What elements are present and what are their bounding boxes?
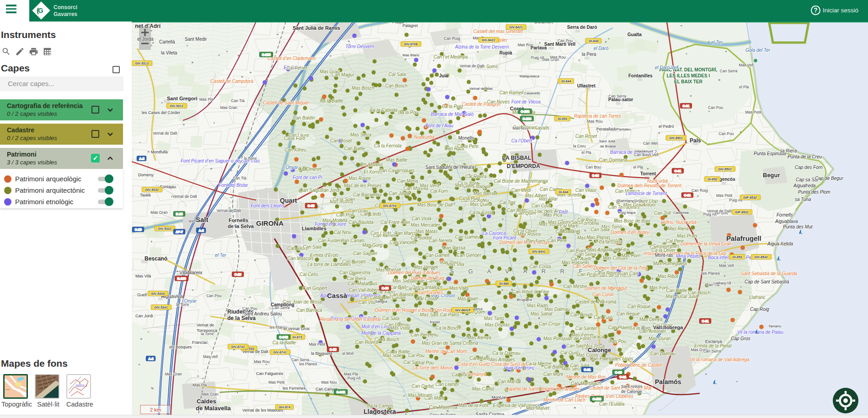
svg-text:Peratallada: Peratallada	[596, 127, 617, 131]
svg-text:Mas Gran: Mas Gran	[220, 105, 237, 110]
svg-text:Pedres Dretes d’en Lloberes: Pedres Dretes d’en Lloberes	[575, 394, 633, 399]
svg-text:Tamariu: Tamariu	[768, 324, 781, 328]
svg-text:Can Violà: Can Violà	[412, 216, 432, 221]
svg-text:Sant Gregori: Sant Gregori	[167, 96, 198, 101]
svg-text:sa Riera: sa Riera	[780, 148, 797, 153]
svg-text:Can Bosch: Can Bosch	[385, 83, 407, 88]
svg-text:Can Martí: Can Martí	[470, 356, 490, 361]
svg-text:Can Saguer: Can Saguer	[353, 251, 378, 256]
svg-text:Can Turó: Can Turó	[594, 315, 612, 320]
svg-text:Ca la Costa: Ca la Costa	[469, 210, 493, 215]
svg-text:Bruguera: Bruguera	[517, 298, 532, 302]
svg-text:Sant Sebastià de la Guarda: Sant Sebastià de la Guarda	[741, 271, 797, 276]
svg-text:Can Bou: Can Bou	[586, 165, 601, 169]
svg-text:Aiguablava: Aiguablava	[775, 219, 798, 224]
svg-text:C-65: C-65	[381, 287, 388, 290]
svg-text:Can Fusteret: Can Fusteret	[318, 238, 345, 243]
svg-text:La torre de Llambilles: La torre de Llambilles	[307, 262, 351, 267]
svg-text:Monells: Monells	[458, 136, 474, 141]
svg-text:Sant Martí Vell: Sant Martí Vell	[544, 42, 576, 47]
svg-text:Ca l’Obert: Ca l’Obert	[511, 138, 532, 143]
svg-text:Fornells: Fornells	[229, 217, 248, 223]
svg-text:Can Batlle: Can Batlle	[344, 146, 365, 151]
svg-text:Cal Frare-Coix: Cal Frare-Coix	[380, 220, 411, 225]
svg-text:els Bosques: els Bosques	[169, 345, 192, 349]
svg-text:Cal Rovira: Cal Rovira	[466, 174, 487, 179]
svg-text:Cal Sala: Cal Sala	[389, 72, 406, 77]
svg-text:Juià: Juià	[439, 73, 448, 78]
svg-text:GIV-5313: GIV-5313	[135, 62, 149, 65]
svg-text:Cal Trot: Cal Trot	[499, 200, 516, 205]
svg-text:Vall-llobrega: Vall-llobrega	[653, 325, 683, 330]
svg-text:Llafranc: Llafranc	[749, 295, 766, 300]
svg-text:Can Quintana: Can Quintana	[599, 157, 627, 163]
svg-text:Sant Sadurní de l'Heura: Sant Sadurní de l'Heura	[425, 165, 474, 170]
svg-text:de Boada: de Boada	[600, 144, 616, 148]
svg-text:GIV-6641P: GIV-6641P	[455, 309, 471, 312]
svg-text:Cal Bisbe de Madremanya: Cal Bisbe de Madremanya	[494, 179, 548, 184]
svg-text:el Pla: el Pla	[739, 85, 749, 89]
svg-text:Mas Petit: Mas Petit	[745, 110, 761, 114]
svg-text:Can Vilaür: Can Vilaür	[575, 188, 597, 193]
svg-text:GIV-5341: GIV-5341	[154, 306, 168, 309]
svg-text:LA BISBAL: LA BISBAL	[502, 155, 531, 161]
svg-text:Cal Pou: Cal Pou	[408, 353, 424, 358]
svg-text:Can Roset: Can Roset	[330, 138, 352, 143]
svg-text:Cal Roca: Cal Roca	[578, 217, 597, 223]
svg-text:Cap Gros: Cap Gros	[731, 336, 750, 341]
svg-text:Mas Denyà: Mas Denyà	[639, 317, 663, 322]
svg-text:Cal Gallaret: Cal Gallaret	[556, 229, 580, 234]
svg-text:Mas Vidal: Mas Vidal	[390, 326, 411, 331]
svg-text:Can Pou: Can Pou	[608, 339, 626, 344]
svg-text:Can Carbó: Can Carbó	[412, 384, 434, 389]
svg-text:C-854: C-854	[522, 117, 531, 120]
svg-text:Cal Ninú: Cal Ninú	[334, 230, 352, 235]
svg-text:C-66: C-66	[592, 174, 599, 177]
svg-text:Can Pou: Can Pou	[708, 105, 723, 110]
svg-text:Cal Sala: Cal Sala	[403, 360, 421, 365]
svg-text:Can Nereta: Can Nereta	[429, 238, 453, 243]
svg-text:Can Met: Can Met	[643, 141, 658, 146]
svg-text:Mas Bosc de Dalt: Mas Bosc de Dalt	[417, 202, 454, 207]
svg-text:Fornells: Fornells	[777, 212, 793, 217]
svg-text:Puig Alt: Puig Alt	[348, 376, 361, 380]
svg-text:Font de Vilosa: Font de Vilosa	[511, 99, 541, 104]
svg-text:Can Sala: Can Sala	[590, 227, 610, 232]
svg-text:Mas Gran: Mas Gran	[165, 372, 182, 376]
svg-text:C-842: C-842	[336, 391, 345, 394]
svg-text:Mas Dalmau: Mas Dalmau	[544, 307, 570, 312]
svg-text:Can Baulida: Can Baulida	[348, 220, 374, 225]
svg-text:Veïnat de Dalt: Veïnat de Dalt	[153, 131, 177, 136]
svg-text:Gualta: Gualta	[627, 32, 642, 37]
svg-text:Ca la Cabrida: Ca la Cabrida	[370, 108, 398, 113]
svg-text:GI-652: GI-652	[707, 178, 718, 181]
svg-text:Mas Roure: Mas Roure	[348, 176, 371, 181]
svg-text:Cal Barrombo: Cal Barrombo	[353, 192, 381, 197]
svg-text:Caldes: Caldes	[197, 398, 216, 405]
svg-text:Rajoleria de can Torres: Rajoleria de can Torres	[574, 114, 621, 119]
svg-text:GIV-6708: GIV-6708	[404, 43, 418, 46]
svg-text:Can Roquè: Can Roquè	[627, 304, 651, 309]
svg-text:Cal Roca: Cal Roca	[405, 286, 424, 291]
svg-text:GIP-6531: GIP-6531	[735, 211, 749, 214]
svg-text:Ermita d’Erols: Ermita d’Erols	[310, 253, 338, 258]
svg-text:GIV-674: GIV-674	[279, 406, 290, 409]
svg-text:Vil·la romana de Vall-llobrega: Vil·la romana de Vall-llobrega	[690, 357, 750, 362]
svg-text:Castell de Sant Esteve del Mar: Castell de Sant Esteve del Mar	[589, 385, 652, 391]
svg-text:Cal Batlle: Cal Batlle	[544, 364, 564, 369]
svg-text:AP-7: AP-7	[176, 230, 183, 233]
svg-text:Cista d’en Guitó Cista del Su: Cista d’en Guitó Cista del Suro del rei	[457, 362, 534, 367]
svg-text:Quermany Gros: Quermany Gros	[616, 199, 643, 203]
svg-text:Can Bosch: Can Bosch	[570, 312, 593, 317]
svg-text:Cassà: Cassà	[327, 292, 348, 299]
svg-text:Can Dalmau: Can Dalmau	[650, 351, 676, 356]
svg-text:Capella de Sant Ampèlit de Pan: Capella de Sant Ampèlit de Panedes	[505, 386, 580, 391]
svg-text:Can Baldiri: Can Baldiri	[293, 115, 316, 120]
svg-text:Mas Paiet: Mas Paiet	[457, 296, 478, 301]
svg-text:Can Gispert: Can Gispert	[303, 286, 328, 291]
svg-text:Ca la Puig: Ca la Puig	[459, 196, 480, 201]
svg-text:Viladamunt: Viladamunt	[635, 149, 654, 153]
svg-text:Dolmen d’en Botey: Dolmen d’en Botey	[611, 230, 649, 235]
svg-text:Castell de Campdorà: Castell de Campdorà	[210, 79, 253, 84]
svg-text:les Planes: les Planes	[702, 271, 720, 276]
